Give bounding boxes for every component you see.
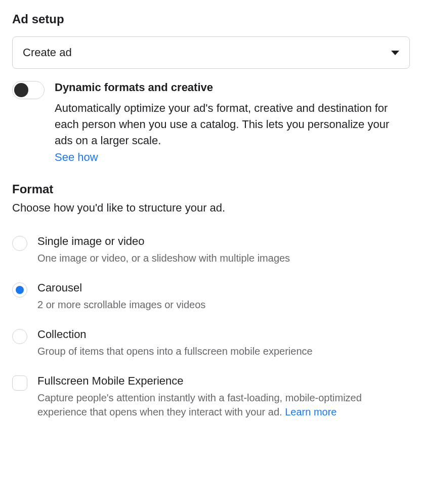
dropdown-selected-label: Create ad: [23, 46, 72, 59]
see-how-link[interactable]: See how: [55, 151, 98, 163]
ad-setup-section: Ad setup Create ad Dynamic formats and c…: [12, 12, 410, 164]
dynamic-formats-title: Dynamic formats and creative: [55, 81, 410, 94]
option-title: Fullscreen Mobile Experience: [37, 374, 410, 388]
option-title: Carousel: [37, 281, 410, 295]
option-title: Collection: [37, 328, 410, 341]
chevron-down-icon: [391, 51, 399, 55]
option-description: Capture people's attention instantly wit…: [37, 391, 410, 419]
checkbox-fullscreen-mobile[interactable]: [12, 375, 27, 391]
format-option-collection: Collection Group of items that opens int…: [12, 328, 410, 358]
dynamic-formats-toggle[interactable]: [12, 81, 45, 99]
ad-setup-title: Ad setup: [12, 12, 410, 26]
format-section: Format Choose how you'd like to structur…: [12, 182, 410, 419]
toggle-knob: [14, 83, 28, 97]
option-title: Single image or video: [37, 235, 410, 248]
radio-collection[interactable]: [12, 329, 27, 344]
option-description: Group of items that opens into a fullscr…: [37, 344, 410, 358]
learn-more-link[interactable]: Learn more: [285, 406, 336, 417]
fullscreen-mobile-option: Fullscreen Mobile Experience Capture peo…: [12, 374, 410, 419]
dynamic-formats-row: Dynamic formats and creative Automatical…: [12, 81, 410, 164]
radio-carousel[interactable]: [12, 282, 27, 298]
create-ad-dropdown[interactable]: Create ad: [12, 36, 410, 69]
format-subtitle: Choose how you'd like to structure your …: [12, 201, 410, 215]
radio-single-image[interactable]: [12, 236, 27, 251]
format-option-single: Single image or video One image or video…: [12, 235, 410, 265]
format-title: Format: [12, 182, 410, 196]
format-option-carousel: Carousel 2 or more scrollable images or …: [12, 281, 410, 312]
option-description: 2 or more scrollable images or videos: [37, 298, 410, 312]
option-description: One image or video, or a slideshow with …: [37, 251, 410, 265]
dynamic-formats-description: Automatically optimize your ad's format,…: [55, 100, 410, 149]
